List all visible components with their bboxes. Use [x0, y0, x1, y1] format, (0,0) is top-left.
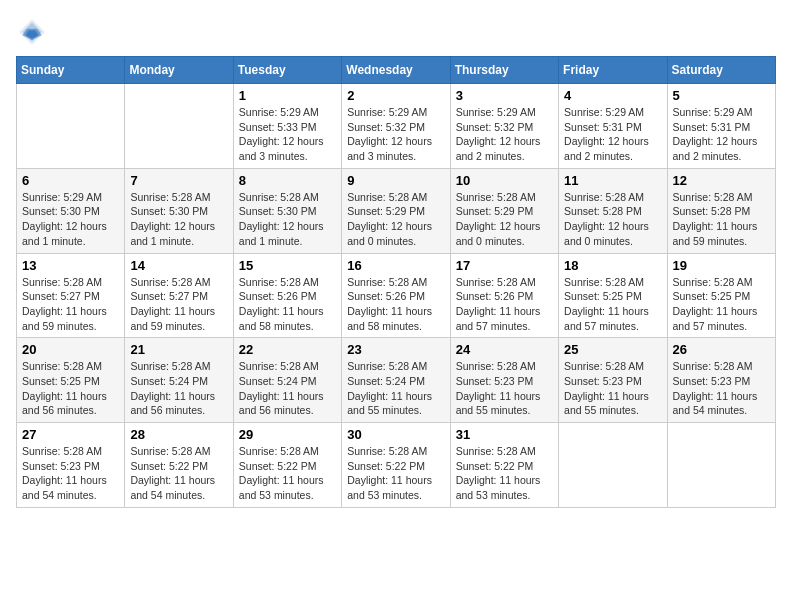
- day-info: Sunrise: 5:28 AMSunset: 5:29 PMDaylight:…: [347, 190, 444, 249]
- day-info: Sunrise: 5:29 AMSunset: 5:31 PMDaylight:…: [673, 105, 770, 164]
- day-info: Sunrise: 5:28 AMSunset: 5:23 PMDaylight:…: [456, 359, 553, 418]
- day-number: 4: [564, 88, 661, 103]
- weekday-header: Monday: [125, 57, 233, 84]
- day-number: 29: [239, 427, 336, 442]
- day-number: 6: [22, 173, 119, 188]
- day-number: 27: [22, 427, 119, 442]
- day-info: Sunrise: 5:28 AMSunset: 5:30 PMDaylight:…: [239, 190, 336, 249]
- day-info: Sunrise: 5:28 AMSunset: 5:26 PMDaylight:…: [347, 275, 444, 334]
- day-number: 3: [456, 88, 553, 103]
- day-number: 10: [456, 173, 553, 188]
- day-number: 28: [130, 427, 227, 442]
- calendar-cell: 3Sunrise: 5:29 AMSunset: 5:32 PMDaylight…: [450, 84, 558, 169]
- calendar-cell: 29Sunrise: 5:28 AMSunset: 5:22 PMDayligh…: [233, 423, 341, 508]
- calendar: SundayMondayTuesdayWednesdayThursdayFrid…: [16, 56, 776, 508]
- day-number: 5: [673, 88, 770, 103]
- day-info: Sunrise: 5:28 AMSunset: 5:27 PMDaylight:…: [130, 275, 227, 334]
- calendar-cell: 17Sunrise: 5:28 AMSunset: 5:26 PMDayligh…: [450, 253, 558, 338]
- calendar-week-row: 27Sunrise: 5:28 AMSunset: 5:23 PMDayligh…: [17, 423, 776, 508]
- calendar-week-row: 20Sunrise: 5:28 AMSunset: 5:25 PMDayligh…: [17, 338, 776, 423]
- calendar-cell: 9Sunrise: 5:28 AMSunset: 5:29 PMDaylight…: [342, 168, 450, 253]
- day-info: Sunrise: 5:29 AMSunset: 5:30 PMDaylight:…: [22, 190, 119, 249]
- day-info: Sunrise: 5:28 AMSunset: 5:22 PMDaylight:…: [239, 444, 336, 503]
- day-info: Sunrise: 5:28 AMSunset: 5:22 PMDaylight:…: [456, 444, 553, 503]
- day-number: 20: [22, 342, 119, 357]
- day-info: Sunrise: 5:28 AMSunset: 5:28 PMDaylight:…: [564, 190, 661, 249]
- day-info: Sunrise: 5:29 AMSunset: 5:32 PMDaylight:…: [456, 105, 553, 164]
- calendar-cell: 30Sunrise: 5:28 AMSunset: 5:22 PMDayligh…: [342, 423, 450, 508]
- day-info: Sunrise: 5:28 AMSunset: 5:22 PMDaylight:…: [347, 444, 444, 503]
- calendar-cell: [667, 423, 775, 508]
- calendar-cell: 21Sunrise: 5:28 AMSunset: 5:24 PMDayligh…: [125, 338, 233, 423]
- weekday-header: Thursday: [450, 57, 558, 84]
- day-number: 18: [564, 258, 661, 273]
- day-number: 25: [564, 342, 661, 357]
- day-number: 1: [239, 88, 336, 103]
- calendar-cell: [125, 84, 233, 169]
- day-info: Sunrise: 5:29 AMSunset: 5:31 PMDaylight:…: [564, 105, 661, 164]
- day-info: Sunrise: 5:29 AMSunset: 5:32 PMDaylight:…: [347, 105, 444, 164]
- calendar-cell: 16Sunrise: 5:28 AMSunset: 5:26 PMDayligh…: [342, 253, 450, 338]
- day-info: Sunrise: 5:28 AMSunset: 5:22 PMDaylight:…: [130, 444, 227, 503]
- calendar-cell: [17, 84, 125, 169]
- day-number: 9: [347, 173, 444, 188]
- day-number: 14: [130, 258, 227, 273]
- day-info: Sunrise: 5:28 AMSunset: 5:27 PMDaylight:…: [22, 275, 119, 334]
- calendar-cell: 22Sunrise: 5:28 AMSunset: 5:24 PMDayligh…: [233, 338, 341, 423]
- calendar-cell: 1Sunrise: 5:29 AMSunset: 5:33 PMDaylight…: [233, 84, 341, 169]
- calendar-cell: 12Sunrise: 5:28 AMSunset: 5:28 PMDayligh…: [667, 168, 775, 253]
- calendar-cell: 8Sunrise: 5:28 AMSunset: 5:30 PMDaylight…: [233, 168, 341, 253]
- day-info: Sunrise: 5:28 AMSunset: 5:26 PMDaylight:…: [456, 275, 553, 334]
- calendar-cell: 25Sunrise: 5:28 AMSunset: 5:23 PMDayligh…: [559, 338, 667, 423]
- calendar-cell: 10Sunrise: 5:28 AMSunset: 5:29 PMDayligh…: [450, 168, 558, 253]
- calendar-cell: 14Sunrise: 5:28 AMSunset: 5:27 PMDayligh…: [125, 253, 233, 338]
- weekday-header: Saturday: [667, 57, 775, 84]
- day-info: Sunrise: 5:28 AMSunset: 5:29 PMDaylight:…: [456, 190, 553, 249]
- day-number: 19: [673, 258, 770, 273]
- day-info: Sunrise: 5:28 AMSunset: 5:25 PMDaylight:…: [564, 275, 661, 334]
- calendar-cell: 5Sunrise: 5:29 AMSunset: 5:31 PMDaylight…: [667, 84, 775, 169]
- logo: [16, 16, 52, 48]
- day-number: 30: [347, 427, 444, 442]
- weekday-header: Sunday: [17, 57, 125, 84]
- calendar-cell: 26Sunrise: 5:28 AMSunset: 5:23 PMDayligh…: [667, 338, 775, 423]
- day-info: Sunrise: 5:28 AMSunset: 5:25 PMDaylight:…: [22, 359, 119, 418]
- day-number: 7: [130, 173, 227, 188]
- calendar-cell: 13Sunrise: 5:28 AMSunset: 5:27 PMDayligh…: [17, 253, 125, 338]
- calendar-header: SundayMondayTuesdayWednesdayThursdayFrid…: [17, 57, 776, 84]
- calendar-cell: 6Sunrise: 5:29 AMSunset: 5:30 PMDaylight…: [17, 168, 125, 253]
- page-header: [16, 16, 776, 48]
- calendar-cell: 15Sunrise: 5:28 AMSunset: 5:26 PMDayligh…: [233, 253, 341, 338]
- calendar-cell: 20Sunrise: 5:28 AMSunset: 5:25 PMDayligh…: [17, 338, 125, 423]
- day-number: 17: [456, 258, 553, 273]
- calendar-cell: 23Sunrise: 5:28 AMSunset: 5:24 PMDayligh…: [342, 338, 450, 423]
- day-number: 24: [456, 342, 553, 357]
- calendar-cell: 7Sunrise: 5:28 AMSunset: 5:30 PMDaylight…: [125, 168, 233, 253]
- day-info: Sunrise: 5:28 AMSunset: 5:24 PMDaylight:…: [347, 359, 444, 418]
- calendar-cell: 18Sunrise: 5:28 AMSunset: 5:25 PMDayligh…: [559, 253, 667, 338]
- day-info: Sunrise: 5:28 AMSunset: 5:23 PMDaylight:…: [673, 359, 770, 418]
- weekday-header: Wednesday: [342, 57, 450, 84]
- day-number: 2: [347, 88, 444, 103]
- day-number: 26: [673, 342, 770, 357]
- logo-icon: [16, 16, 48, 48]
- weekday-header: Tuesday: [233, 57, 341, 84]
- calendar-cell: 31Sunrise: 5:28 AMSunset: 5:22 PMDayligh…: [450, 423, 558, 508]
- calendar-week-row: 1Sunrise: 5:29 AMSunset: 5:33 PMDaylight…: [17, 84, 776, 169]
- day-number: 11: [564, 173, 661, 188]
- day-number: 13: [22, 258, 119, 273]
- day-info: Sunrise: 5:28 AMSunset: 5:25 PMDaylight:…: [673, 275, 770, 334]
- day-number: 12: [673, 173, 770, 188]
- day-info: Sunrise: 5:29 AMSunset: 5:33 PMDaylight:…: [239, 105, 336, 164]
- day-info: Sunrise: 5:28 AMSunset: 5:26 PMDaylight:…: [239, 275, 336, 334]
- calendar-cell: 28Sunrise: 5:28 AMSunset: 5:22 PMDayligh…: [125, 423, 233, 508]
- day-number: 16: [347, 258, 444, 273]
- day-info: Sunrise: 5:28 AMSunset: 5:24 PMDaylight:…: [239, 359, 336, 418]
- weekday-header: Friday: [559, 57, 667, 84]
- calendar-cell: 27Sunrise: 5:28 AMSunset: 5:23 PMDayligh…: [17, 423, 125, 508]
- calendar-cell: 19Sunrise: 5:28 AMSunset: 5:25 PMDayligh…: [667, 253, 775, 338]
- day-info: Sunrise: 5:28 AMSunset: 5:28 PMDaylight:…: [673, 190, 770, 249]
- calendar-cell: 11Sunrise: 5:28 AMSunset: 5:28 PMDayligh…: [559, 168, 667, 253]
- calendar-cell: [559, 423, 667, 508]
- calendar-cell: 24Sunrise: 5:28 AMSunset: 5:23 PMDayligh…: [450, 338, 558, 423]
